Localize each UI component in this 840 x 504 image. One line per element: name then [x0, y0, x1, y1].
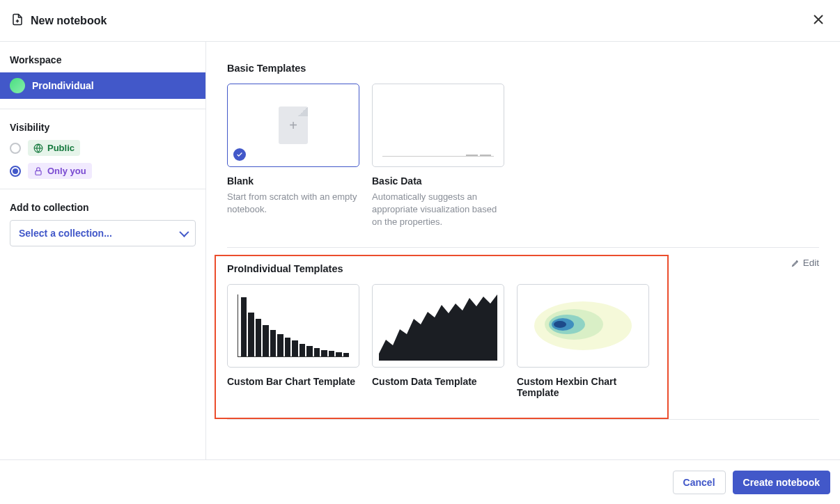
template-desc: Start from scratch with an empty noteboo… — [227, 191, 359, 216]
template-thumb-blank: + — [227, 84, 359, 167]
close-icon — [814, 15, 823, 24]
template-thumb-custom-data — [372, 284, 504, 368]
template-title: Blank — [227, 175, 359, 187]
template-title: Custom Bar Chart Template — [227, 376, 359, 387]
template-desc: Automatically suggests an appropriate vi… — [372, 191, 504, 229]
create-notebook-button[interactable]: Create notebook — [733, 471, 830, 494]
template-card-basic-data[interactable]: Basic Data Automatically suggests an app… — [372, 84, 504, 229]
template-title: Custom Hexbin Chart Template — [517, 376, 649, 398]
template-card-custom-hexbin[interactable]: Custom Hexbin Chart Template — [517, 284, 649, 398]
collection-select[interactable]: Select a collection... — [10, 220, 196, 246]
svg-rect-1 — [36, 171, 41, 175]
template-card-blank[interactable]: + Blank Start from scratch with an empty… — [227, 84, 359, 229]
section-divider — [227, 247, 819, 248]
template-thumb-custom-hexbin — [517, 284, 649, 368]
private-badge: Only you — [28, 163, 92, 179]
edit-templates-link[interactable]: Edit — [791, 258, 819, 268]
globe-icon — [33, 143, 43, 153]
public-badge: Public — [28, 140, 80, 156]
template-title: Basic Data — [372, 175, 504, 187]
radio-checked — [10, 166, 21, 177]
workspace-avatar — [10, 78, 25, 93]
sidebar: Workspace ProIndividual Visibility Publi… — [0, 42, 206, 459]
template-card-custom-data[interactable]: Custom Data Template — [372, 284, 504, 398]
lock-icon — [33, 166, 43, 176]
close-button[interactable] — [808, 10, 829, 31]
svg-point-7 — [554, 321, 566, 328]
template-thumb-basic-data — [372, 84, 504, 167]
file-plus-icon: + — [279, 107, 308, 144]
section-divider — [227, 419, 819, 420]
visibility-public-option[interactable]: Public — [10, 140, 196, 156]
dialog-footer: Cancel Create notebook — [0, 459, 840, 504]
visibility-heading: Visibility — [10, 118, 196, 133]
visibility-private-option[interactable]: Only you — [10, 163, 196, 179]
template-card-custom-bar[interactable]: Custom Bar Chart Template — [227, 284, 359, 398]
main-content: Basic Templates + Blank Start from scrat… — [206, 42, 840, 459]
collection-heading: Add to collection — [10, 198, 196, 213]
selected-check-icon — [233, 148, 246, 161]
radio-unchecked — [10, 143, 21, 154]
chevron-down-icon — [179, 228, 189, 237]
pencil-icon — [791, 258, 800, 267]
workspace-name: ProIndividual — [32, 80, 94, 91]
cancel-button[interactable]: Cancel — [673, 471, 726, 494]
basic-templates-heading: Basic Templates — [227, 63, 819, 74]
workspace-heading: Workspace — [10, 50, 196, 65]
template-title: Custom Data Template — [372, 376, 504, 387]
template-thumb-custom-bar — [227, 284, 359, 368]
workspace-item[interactable]: ProIndividual — [0, 72, 205, 99]
notebook-icon — [11, 13, 24, 28]
dialog-title: New notebook — [31, 15, 107, 27]
pro-templates-heading: ProIndividual Templates — [227, 263, 819, 274]
collection-placeholder: Select a collection... — [19, 228, 112, 239]
